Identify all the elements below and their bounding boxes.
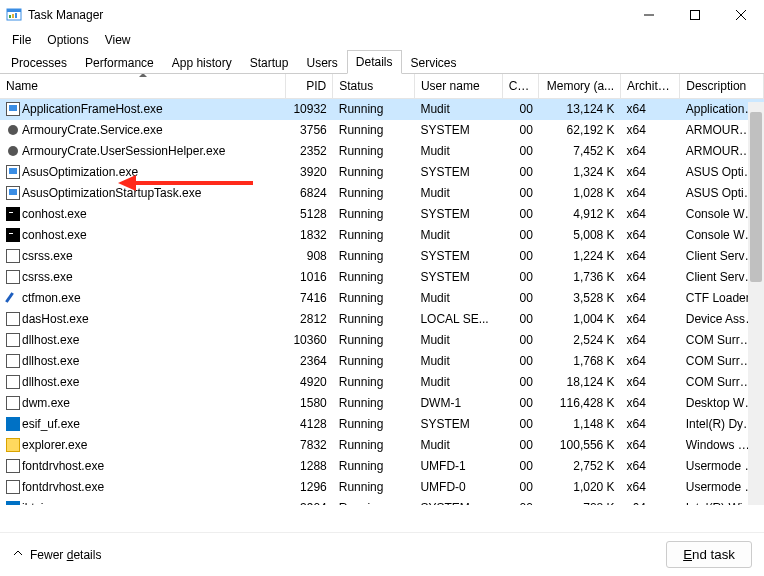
cell-memory: 2,752 K [539,456,621,477]
cell-pid: 1016 [286,267,333,288]
cell-name: dwm.exe [0,393,286,414]
col-cpu[interactable]: CPU [502,74,539,99]
col-arch[interactable]: Archite... [621,74,680,99]
table-row[interactable]: conhost.exe5128RunningSYSTEM004,912 Kx64… [0,204,764,225]
cell-user: Mudit [414,183,502,204]
cell-name: conhost.exe [0,225,286,246]
table-row[interactable]: esif_uf.exe4128RunningSYSTEM001,148 Kx64… [0,414,764,435]
table-row[interactable]: explorer.exe7832RunningMudit00100,556 Kx… [0,435,764,456]
cell-name: conhost.exe [0,204,286,225]
cell-status: Running [333,267,415,288]
table-row[interactable]: ibtsiva.exe3904RunningSYSTEM00728 Kx64In… [0,498,764,506]
col-user[interactable]: User name [414,74,502,99]
tab-app-history[interactable]: App history [163,51,241,74]
table-row[interactable]: conhost.exe1832RunningMudit005,008 Kx64C… [0,225,764,246]
cell-arch: x64 [621,393,680,414]
table-row[interactable]: csrss.exe908RunningSYSTEM001,224 Kx64Cli… [0,246,764,267]
cell-arch: x64 [621,288,680,309]
tab-performance[interactable]: Performance [76,51,163,74]
process-icon [6,459,20,473]
titlebar: Task Manager [0,0,764,30]
cell-name: AsusOptimization.exe [0,162,286,183]
table-row[interactable]: dwm.exe1580RunningDWM-100116,428 Kx64Des… [0,393,764,414]
cell-memory: 1,020 K [539,477,621,498]
fewer-details-label: Fewer details [30,548,101,562]
process-icon [6,312,20,326]
menubar: File Options View [0,30,764,50]
cell-status: Running [333,288,415,309]
cell-cpu: 00 [502,393,539,414]
cell-name: fontdrvhost.exe [0,477,286,498]
fewer-details-button[interactable]: Fewer details [12,547,101,562]
maximize-button[interactable] [672,0,718,30]
table-row[interactable]: dllhost.exe2364RunningMudit001,768 Kx64C… [0,351,764,372]
tab-startup[interactable]: Startup [241,51,298,74]
cell-status: Running [333,414,415,435]
cell-pid: 3920 [286,162,333,183]
cell-name: fontdrvhost.exe [0,456,286,477]
col-memory[interactable]: Memory (a... [539,74,621,99]
cell-cpu: 00 [502,309,539,330]
cell-status: Running [333,120,415,141]
table-row[interactable]: ApplicationFrameHost.exe10932RunningMudi… [0,99,764,120]
cell-status: Running [333,372,415,393]
cell-name: ApplicationFrameHost.exe [0,99,286,120]
process-table-wrap: Name PID Status User name CPU Memory (a.… [0,74,764,505]
table-row[interactable]: ctfmon.exe7416RunningMudit003,528 Kx64CT… [0,288,764,309]
cell-memory: 7,452 K [539,141,621,162]
close-button[interactable] [718,0,764,30]
cell-name: explorer.exe [0,435,286,456]
cell-user: SYSTEM [414,498,502,506]
cell-memory: 2,524 K [539,330,621,351]
cell-cpu: 00 [502,267,539,288]
tab-processes[interactable]: Processes [2,51,76,74]
cell-pid: 10360 [286,330,333,351]
menu-view[interactable]: View [97,31,139,49]
cell-user: Mudit [414,330,502,351]
cell-status: Running [333,183,415,204]
vertical-scrollbar[interactable] [748,102,764,505]
table-row[interactable]: dllhost.exe10360RunningMudit002,524 Kx64… [0,330,764,351]
tab-services[interactable]: Services [402,51,466,74]
process-icon [6,417,20,431]
cell-cpu: 00 [502,456,539,477]
tab-details[interactable]: Details [347,50,402,74]
table-row[interactable]: AsusOptimizationStartupTask.exe6824Runni… [0,183,764,204]
cell-memory: 116,428 K [539,393,621,414]
cell-cpu: 00 [502,141,539,162]
cell-arch: x64 [621,309,680,330]
table-row[interactable]: ArmouryCrate.Service.exe3756RunningSYSTE… [0,120,764,141]
minimize-button[interactable] [626,0,672,30]
tab-users[interactable]: Users [297,51,346,74]
menu-options[interactable]: Options [39,31,96,49]
col-name[interactable]: Name [0,74,286,99]
table-row[interactable]: fontdrvhost.exe1288RunningUMFD-1002,752 … [0,456,764,477]
process-icon [6,480,20,494]
col-pid[interactable]: PID [286,74,333,99]
table-row[interactable]: dllhost.exe4920RunningMudit0018,124 Kx64… [0,372,764,393]
col-status[interactable]: Status [333,74,415,99]
cell-arch: x64 [621,246,680,267]
table-row[interactable]: fontdrvhost.exe1296RunningUMFD-0001,020 … [0,477,764,498]
cell-user: Mudit [414,225,502,246]
table-row[interactable]: dasHost.exe2812RunningLOCAL SE...001,004… [0,309,764,330]
end-task-button[interactable]: End task [666,541,752,568]
cell-cpu: 00 [502,435,539,456]
menu-file[interactable]: File [4,31,39,49]
cell-pid: 5128 [286,204,333,225]
cell-name: ctfmon.exe [0,288,286,309]
process-icon [6,102,20,116]
cell-status: Running [333,435,415,456]
cell-status: Running [333,477,415,498]
cell-memory: 3,528 K [539,288,621,309]
table-row[interactable]: ArmouryCrate.UserSessionHelper.exe2352Ru… [0,141,764,162]
cell-user: SYSTEM [414,204,502,225]
table-row[interactable]: csrss.exe1016RunningSYSTEM001,736 Kx64Cl… [0,267,764,288]
cell-memory: 100,556 K [539,435,621,456]
cell-memory: 1,736 K [539,267,621,288]
cell-cpu: 00 [502,477,539,498]
cell-arch: x64 [621,267,680,288]
col-desc[interactable]: Description [680,74,764,99]
scrollbar-thumb[interactable] [750,112,762,282]
table-row[interactable]: AsusOptimization.exe3920RunningSYSTEM001… [0,162,764,183]
